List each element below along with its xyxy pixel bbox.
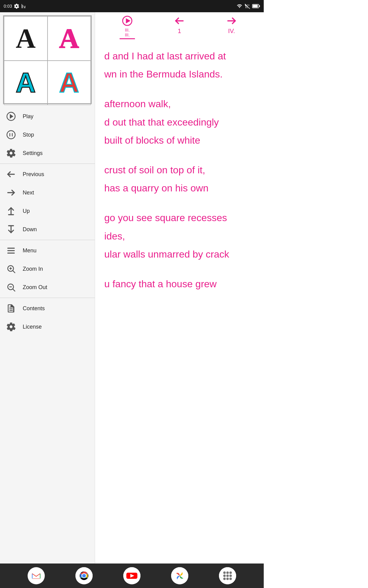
svg-marker-4: [10, 115, 13, 118]
menu-item-zoom-in[interactable]: Zoom In: [0, 260, 95, 278]
sim-status-icon: [21, 3, 26, 9]
stop-label: Stop: [23, 132, 34, 138]
zoom-out-icon: [6, 282, 16, 292]
menu-item-next[interactable]: Next: [0, 183, 95, 202]
svg-point-43: [223, 575, 226, 577]
font-a-teal: A: [16, 67, 36, 99]
font-cell-black[interactable]: A: [4, 16, 48, 61]
font-a-pink: A: [59, 23, 79, 54]
reader-line-1: d and I had at last arrived at: [104, 48, 255, 64]
svg-point-5: [7, 131, 15, 139]
svg-rect-16: [7, 253, 15, 254]
svg-rect-14: [7, 248, 15, 249]
svg-point-48: [229, 578, 232, 580]
font-grid: A A A A: [3, 15, 92, 104]
zoom-in-icon: [6, 264, 16, 274]
reader-spacer-3: [104, 198, 255, 208]
font-cell-pink[interactable]: A: [48, 16, 91, 61]
play-circle-icon: [6, 111, 16, 121]
menu-divider-3: [0, 298, 95, 298]
menu-item-previous[interactable]: Previous: [0, 165, 95, 183]
signal-icon: [245, 3, 250, 9]
play-label: Play: [23, 113, 33, 120]
toolbar-nav-forward: IV.: [205, 15, 258, 35]
sidebar: A A A A Play: [0, 12, 95, 564]
menu-item-contents[interactable]: Contents: [0, 299, 95, 318]
svg-point-46: [223, 578, 226, 580]
main-layout: A A A A Play: [0, 12, 264, 564]
toolbar-back-icon[interactable]: [174, 15, 185, 26]
toolbar-play-section: III. III.: [101, 15, 153, 39]
reader-line-4: d out that that exceedingly: [104, 115, 255, 130]
toolbar-nav-back: 1: [153, 15, 205, 35]
tab-iii-1: III.: [125, 28, 130, 32]
svg-point-40: [223, 571, 226, 574]
zoom-out-label: Zoom Out: [23, 284, 47, 291]
svg-rect-15: [7, 250, 15, 251]
photos-app-icon[interactable]: [171, 567, 188, 584]
reader-line-6: crust of soil on top of it,: [104, 162, 255, 178]
status-bar-left: 0:03: [4, 3, 26, 9]
settings-status-icon: [14, 3, 19, 9]
svg-rect-2: [259, 5, 260, 7]
reader-line-7: has a quarry on his own: [104, 180, 255, 196]
toolbar-play-icon[interactable]: [122, 15, 133, 26]
svg-marker-25: [126, 19, 130, 23]
settings-label: Settings: [23, 150, 43, 156]
pause-circle-icon: [6, 130, 16, 140]
svg-line-18: [13, 271, 15, 273]
up-label: Up: [23, 208, 30, 214]
svg-point-47: [226, 578, 229, 580]
reader-line-13: u fancy that a house grew: [104, 276, 255, 292]
previous-label: Previous: [23, 171, 44, 178]
time-display: 0:03: [4, 4, 12, 9]
chrome-app-icon[interactable]: [75, 567, 93, 584]
font-cell-red-teal[interactable]: A: [48, 61, 91, 105]
toolbar-forward-icon[interactable]: [226, 15, 237, 26]
status-bar: 0:03: [0, 0, 264, 12]
down-label: Down: [23, 226, 37, 233]
menu-icon: [6, 246, 16, 255]
reader-line-11: ular walls unmarred by crack: [104, 247, 255, 262]
page-number: 1: [178, 28, 181, 35]
menu-item-zoom-out[interactable]: Zoom Out: [0, 278, 95, 296]
apps-grid-icon[interactable]: [219, 567, 236, 584]
content-area: III. III. 1: [95, 12, 264, 564]
status-bar-right: [236, 3, 260, 9]
svg-point-45: [229, 575, 232, 577]
menu-item-settings[interactable]: Settings: [0, 144, 95, 162]
menu-section-top: Play Stop: [0, 107, 95, 162]
menu-item-up[interactable]: Up: [0, 202, 95, 220]
font-a-red-teal: A: [59, 67, 79, 99]
gear-icon: [6, 148, 16, 158]
menu-section-nav: Previous Next: [0, 165, 95, 239]
zoom-in-label: Zoom In: [23, 266, 43, 272]
tab-iii-2: III.: [125, 32, 130, 37]
reader-text: d and I had at last arrived at wn in the…: [95, 42, 264, 564]
battery-icon: [252, 4, 260, 9]
arrow-right-icon: [6, 188, 16, 198]
arrow-down-icon: [6, 224, 16, 234]
arrow-up-icon: [6, 206, 16, 216]
gmail-app-icon[interactable]: [28, 567, 45, 584]
menu-item-license[interactable]: License: [0, 318, 95, 336]
next-label: Next: [23, 190, 34, 196]
menu-item-down[interactable]: Down: [0, 220, 95, 239]
menu-item-menu[interactable]: Menu: [0, 241, 95, 260]
svg-point-44: [226, 575, 229, 577]
tab-iv: IV.: [228, 28, 235, 35]
menu-item-play[interactable]: Play: [0, 107, 95, 126]
menu-divider-2: [0, 240, 95, 240]
youtube-app-icon[interactable]: [123, 567, 140, 584]
toolbar-tab-labels: III. III.: [125, 28, 130, 37]
svg-rect-1: [253, 5, 258, 8]
arrow-left-icon: [6, 169, 16, 179]
font-cell-teal[interactable]: A: [4, 61, 48, 105]
reader-line-5: built of blocks of white: [104, 133, 255, 148]
menu-item-stop[interactable]: Stop: [0, 126, 95, 144]
reader-line-9: go you see square recesses: [104, 210, 255, 226]
font-a-black: A: [16, 23, 36, 54]
wifi-icon: [236, 3, 243, 9]
svg-point-41: [226, 571, 229, 574]
menu-section-docs: Contents License: [0, 299, 95, 336]
